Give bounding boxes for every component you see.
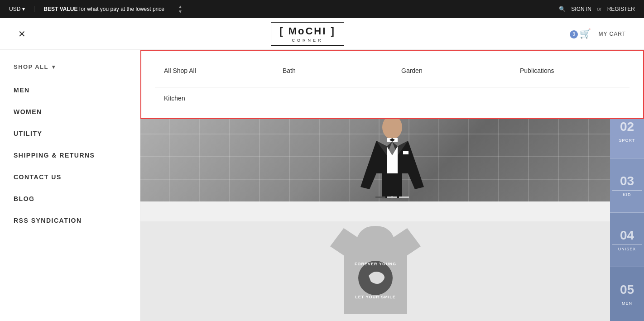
panel-label-02: SPORT xyxy=(612,136,642,143)
header-right: 3 🛒 MY CART xyxy=(570,28,626,39)
panel-number-05: 05 xyxy=(620,283,634,297)
dropdown-item-kitchen[interactable]: Kitchen xyxy=(155,87,274,109)
tuxedo-section xyxy=(140,113,644,201)
panel-label-04: UNISEX xyxy=(612,244,642,251)
top-bar: USD ▾ BEST VALUE for what you pay at the… xyxy=(0,0,644,18)
shop-all-label: SHOP ALL xyxy=(14,63,48,70)
sidebar-item-contact[interactable]: CONTACT US xyxy=(0,166,140,188)
dropdown-and-content: All Shop All Bath Garden Publications Ki… xyxy=(140,50,644,321)
svg-rect-6 xyxy=(393,173,402,198)
right-panel-item-05[interactable]: 05 MEN xyxy=(610,267,644,321)
svg-text:FOREVER YOUNG: FOREVER YOUNG xyxy=(355,262,396,266)
shop-all-toggle[interactable]: SHOP ALL ▾ xyxy=(14,63,126,70)
panel-label-05: MEN xyxy=(612,299,642,306)
sidebar-item-utility[interactable]: UTILITY xyxy=(0,123,140,144)
svg-rect-5 xyxy=(382,173,391,198)
sidebar-top: SHOP ALL ▾ xyxy=(0,59,140,79)
top-bar-right: 🔍 SIGN IN or REGISTER xyxy=(559,6,635,12)
logo-sub: CORNER xyxy=(279,38,336,43)
dropdown-empty xyxy=(274,87,630,109)
sidebar-item-women[interactable]: WOMEN xyxy=(0,101,140,123)
promo-rest: for what you pay at the lowest price xyxy=(77,6,164,12)
carousel-dot-1[interactable] xyxy=(375,196,385,198)
dropdown-item-garden[interactable]: Garden xyxy=(392,60,511,87)
panel-label-03: KID xyxy=(612,190,642,197)
search-icon[interactable]: 🔍 xyxy=(559,6,566,12)
carousel-dot-2[interactable] xyxy=(387,196,397,198)
sidebar: SHOP ALL ▾ MEN WOMEN UTILITY SHIPPING & … xyxy=(0,50,140,321)
panel-number-04: 04 xyxy=(620,228,634,243)
register-link[interactable]: REGISTER xyxy=(607,6,635,12)
dropdown-item-all-shop-all[interactable]: All Shop All xyxy=(155,60,274,87)
sidebar-item-blog[interactable]: BLOG xyxy=(0,188,140,210)
promo-strong: BEST VALUE xyxy=(43,6,77,12)
sidebar-item-men[interactable]: MEN xyxy=(0,79,140,101)
currency-selector[interactable]: USD ▾ xyxy=(9,6,34,12)
header-left: ✕ xyxy=(18,29,45,39)
panel-number-02: 02 xyxy=(620,120,634,134)
cart-badge: 3 xyxy=(570,30,578,38)
panel-number-03: 03 xyxy=(620,174,634,188)
shop-all-dropdown: All Shop All Bath Garden Publications Ki… xyxy=(140,50,644,119)
sidebar-nav: MEN WOMEN UTILITY SHIPPING & RETURNS CON… xyxy=(0,79,140,231)
cart-icon[interactable]: 3 🛒 xyxy=(570,28,591,39)
tuxedo-person-svg xyxy=(351,115,433,201)
promo-text: BEST VALUE for what you pay at the lowes… xyxy=(43,6,164,12)
logo: [ MoCHI ] CORNER xyxy=(271,22,344,46)
chevron-down-icon: ▾ xyxy=(52,64,56,70)
dropdown-item-bath[interactable]: Bath xyxy=(274,60,392,87)
svg-text:LET YOUR SMILE: LET YOUR SMILE xyxy=(355,295,395,299)
header: ✕ [ MoCHI ] CORNER 3 🛒 MY CART xyxy=(0,18,644,50)
sign-in-link[interactable]: SIGN IN xyxy=(571,6,591,12)
currency-label: USD xyxy=(9,6,20,12)
svg-rect-3 xyxy=(403,151,409,154)
carousel-dot-3[interactable] xyxy=(399,196,409,198)
sidebar-item-shipping[interactable]: SHIPPING & RETURNS xyxy=(0,144,140,166)
tshirt-svg: FOREVER YOUNG LET YOUR SMILE xyxy=(312,224,439,319)
chevron-down-icon: ▾ xyxy=(22,6,25,12)
right-panel-item-03[interactable]: 03 KID xyxy=(610,158,644,213)
cart-symbol: 🛒 xyxy=(580,29,591,38)
tshirt-section: FOREVER YOUNG LET YOUR SMILE xyxy=(140,221,610,321)
chevron-up-icon: ▲▼ xyxy=(178,4,183,14)
logo-main: [ MoCHI ] xyxy=(279,25,336,37)
sidebar-item-rss[interactable]: RSS SYNDICATION xyxy=(0,210,140,231)
dropdown-item-publications[interactable]: Publications xyxy=(511,60,630,87)
carousel-dots xyxy=(375,196,409,198)
or-text: or xyxy=(597,6,602,12)
top-bar-left: USD ▾ BEST VALUE for what you pay at the… xyxy=(9,4,183,14)
close-button[interactable]: ✕ xyxy=(18,29,26,39)
main-area: SHOP ALL ▾ MEN WOMEN UTILITY SHIPPING & … xyxy=(0,50,644,321)
right-panel-item-04[interactable]: 04 UNISEX xyxy=(610,213,644,267)
bg-content: FOREVER YOUNG LET YOUR SMILE xyxy=(140,113,644,321)
my-cart-label: MY CART xyxy=(598,31,626,37)
